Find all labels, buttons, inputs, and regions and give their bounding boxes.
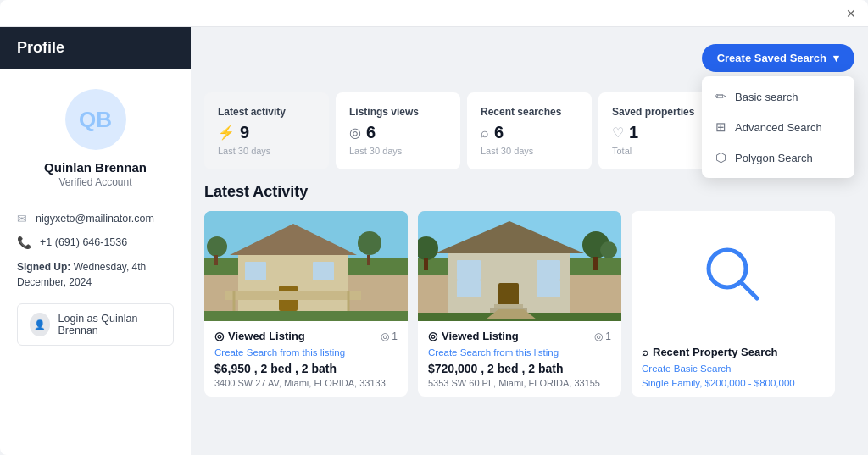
search-icon: ⌕: [481, 125, 489, 141]
profile-section-label: Profile: [17, 39, 64, 56]
stat-value-row-1: ◎ 6: [349, 123, 447, 142]
search-large-icon: [699, 241, 767, 308]
card-type-label-2: ⌕ Recent Property Search: [642, 346, 777, 358]
card-link-2[interactable]: Create Basic Search: [642, 363, 825, 374]
stat-label-1: Listings views: [349, 106, 447, 118]
email-row: ✉ nigyxeto@mailinator.com: [17, 212, 174, 225]
card-address-0: 3400 SW 27 AV, Miami, FLORIDA, 33133: [214, 378, 398, 388]
card-type-row-1: ◎ Viewed Listing ◎ 1: [428, 330, 611, 342]
search-icon-small: ⌕: [642, 346, 648, 358]
listing-image-1: [418, 211, 621, 321]
stat-sub-1: Last 30 days: [349, 146, 447, 156]
phone-icon: 📞: [17, 236, 31, 249]
svg-rect-15: [367, 255, 370, 265]
create-btn-label: Create Saved Search: [717, 52, 826, 64]
recent-details: Single Family, $200,000 - $800,000: [642, 378, 825, 388]
card-views-1: ◎ 1: [594, 330, 611, 342]
eye-icon-card: ◎: [214, 330, 224, 342]
stat-sub-2: Last 30 days: [481, 146, 578, 156]
svg-point-30: [600, 241, 617, 258]
svg-line-36: [742, 283, 757, 298]
stat-value-3: 1: [629, 123, 638, 142]
eye-icon-card-1: ◎: [428, 330, 437, 342]
activity-card-2: ⌕ Recent Property Search Create Basic Se…: [632, 211, 835, 397]
card-views-0: ◎ 1: [381, 330, 398, 342]
stat-latest-activity: Latest activity ⚡ 9 Last 30 days: [204, 92, 329, 169]
login-avatar: 👤: [30, 313, 50, 336]
svg-rect-7: [313, 262, 334, 280]
svg-rect-27: [494, 304, 523, 308]
search-icon-container: [632, 211, 835, 337]
svg-rect-22: [457, 260, 481, 280]
card-type-label-1: ◎ Viewed Listing: [428, 330, 519, 342]
svg-rect-6: [245, 262, 266, 280]
svg-rect-8: [225, 291, 361, 300]
card-info-1: ◎ Viewed Listing ◎ 1 Create Search from …: [418, 321, 621, 397]
svg-rect-14: [214, 255, 218, 265]
main-layout: Profile QB Quinlan Brennan Verified Acco…: [0, 27, 868, 455]
svg-rect-25: [537, 280, 560, 297]
edit-icon: ✏: [715, 89, 726, 104]
phone-value: +1 (691) 646-1536: [40, 236, 127, 248]
basic-search-option[interactable]: ✏ Basic search: [702, 81, 854, 112]
card-address-1: 5353 SW 60 PL, Miami, FLORIDA, 33155: [428, 378, 611, 388]
stat-label-0: Latest activity: [218, 106, 315, 118]
sidebar: Profile QB Quinlan Brennan Verified Acco…: [0, 27, 191, 455]
login-as-label: Login as Quinlan Brennan: [58, 313, 161, 336]
card-link-0[interactable]: Create Search from this listing: [214, 347, 398, 358]
stat-sub-3: Total: [612, 146, 709, 156]
eye-icon: ◎: [349, 125, 361, 141]
stat-value-2: 6: [494, 123, 504, 142]
sidebar-header: Profile: [0, 27, 191, 69]
svg-rect-31: [424, 258, 428, 270]
polygon-icon: ⬡: [715, 150, 726, 165]
svg-rect-24: [537, 260, 560, 280]
svg-point-12: [207, 236, 227, 257]
stat-value-1: 6: [366, 123, 376, 142]
svg-rect-32: [593, 257, 598, 270]
login-as-button[interactable]: 👤 Login as Quinlan Brennan: [17, 303, 174, 346]
email-value: nigyxeto@mailinator.com: [36, 213, 154, 225]
chevron-down-icon: ▾: [833, 52, 839, 64]
polygon-search-option[interactable]: ⬡ Polygon Search: [702, 142, 854, 173]
app-window: ✕ Profile QB Quinlan Brennan Verified Ac…: [0, 0, 868, 455]
stat-label-2: Recent searches: [481, 106, 578, 118]
eye-icon-views-1: ◎: [594, 330, 603, 342]
activity-section: Latest Activity: [204, 183, 854, 441]
phone-row: 📞 +1 (691) 646-1536: [17, 236, 174, 249]
activity-title: Latest Activity: [204, 183, 854, 201]
card-type-row-0: ◎ Viewed Listing ◎ 1: [214, 330, 398, 342]
create-saved-search-button[interactable]: Create Saved Search ▾: [702, 44, 854, 72]
listing-image-0: [204, 211, 408, 321]
heart-icon: ♡: [612, 125, 624, 141]
card-link-1[interactable]: Create Search from this listing: [428, 347, 611, 358]
close-button[interactable]: ✕: [844, 7, 858, 20]
stat-sub-0: Last 30 days: [218, 146, 315, 156]
stat-value-row-0: ⚡ 9: [218, 123, 315, 142]
eye-icon-views: ◎: [381, 330, 389, 342]
advanced-search-label: Advanced Search: [735, 121, 822, 134]
stat-recent-searches: Recent searches ⌕ 6 Last 30 days: [467, 92, 592, 169]
card-info-0: ◎ Viewed Listing ◎ 1 Create Search from …: [204, 321, 408, 397]
stat-listings-views: Listings views ◎ 6 Last 30 days: [336, 92, 460, 169]
activity-card-1: ◎ Viewed Listing ◎ 1 Create Search from …: [418, 211, 621, 397]
stat-value-0: 9: [240, 123, 249, 142]
advanced-search-option[interactable]: ⊞ Advanced Search: [702, 112, 854, 142]
profile-section: QB Quinlan Brennan Verified Account: [0, 69, 191, 202]
signup-label: Signed Up:: [17, 261, 70, 273]
basic-search-label: Basic search: [735, 91, 798, 103]
svg-point-13: [358, 231, 381, 255]
profile-status: Verified Account: [58, 176, 131, 188]
activity-cards: ◎ Viewed Listing ◎ 1 Create Search from …: [204, 211, 854, 397]
main-content: Create Saved Search ▾ ✏ Basic search ⊞ A…: [191, 27, 868, 455]
card-price-1: $720,000 , 2 bed , 2 bath: [428, 362, 611, 375]
card-price-0: $6,950 , 2 bed , 2 bath: [214, 362, 398, 375]
profile-name: Quinlan Brennan: [44, 160, 147, 175]
header-bar: Create Saved Search ▾ ✏ Basic search ⊞ A…: [204, 41, 854, 79]
stat-value-row-2: ⌕ 6: [481, 123, 578, 142]
avatar: QB: [65, 89, 126, 150]
card-type-label-0: ◎ Viewed Listing: [214, 330, 305, 342]
svg-rect-23: [457, 280, 481, 297]
sidebar-info: ✉ nigyxeto@mailinator.com 📞 +1 (691) 646…: [0, 202, 191, 259]
card-info-2: ⌕ Recent Property Search Create Basic Se…: [632, 337, 835, 397]
